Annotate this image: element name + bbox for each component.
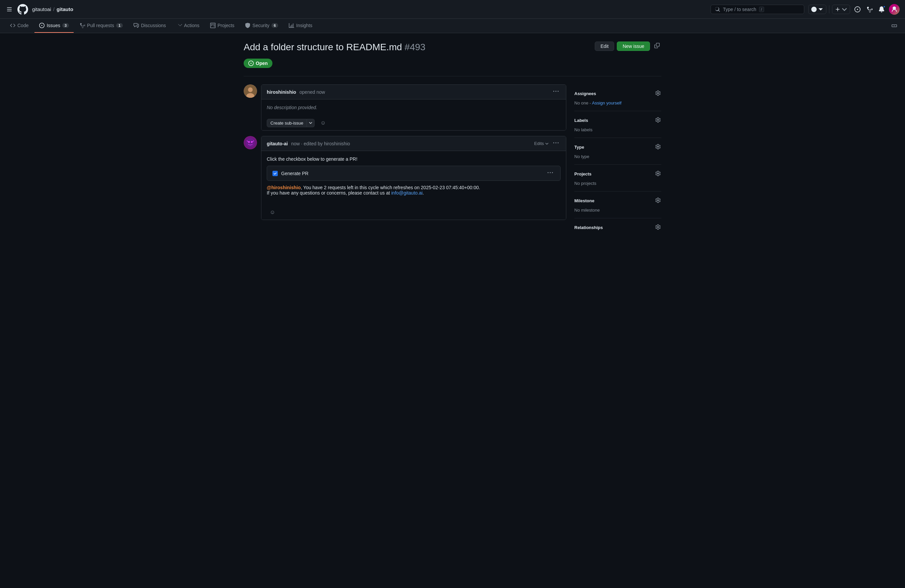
projects-icon <box>210 23 216 28</box>
edits-button[interactable]: Edits <box>534 141 549 146</box>
search-placeholder: Type / to search <box>723 7 756 12</box>
sidebar-labels-title: Labels <box>574 118 588 123</box>
comment-2-dots-button[interactable] <box>551 140 560 147</box>
nav-discussions[interactable]: Discussions <box>129 19 171 33</box>
nav-code[interactable]: Code <box>5 19 33 33</box>
comment-wrapper-2: gitauto-ai now · edited by hiroshinishio… <box>244 136 566 220</box>
comment-1-emoji-button[interactable]: ☺ <box>317 118 329 127</box>
more-options-icon <box>892 23 897 29</box>
breadcrumb-separator: / <box>53 6 54 12</box>
hamburger-button[interactable] <box>5 5 13 13</box>
new-issue-button[interactable]: New issue <box>617 41 650 51</box>
nav-projects[interactable]: Projects <box>205 19 239 33</box>
issue-sidebar: Assignees No one - Assign yourself Label… <box>574 84 661 239</box>
user-avatar-img <box>244 84 257 98</box>
new-button[interactable] <box>832 5 850 14</box>
copilot-button[interactable] <box>808 5 826 14</box>
relationships-gear-button[interactable] <box>655 224 661 231</box>
mention-link[interactable]: @hiroshinishio <box>267 185 301 190</box>
comment-2-footer: ☺ <box>261 205 566 220</box>
nav-security[interactable]: Security 6 <box>240 19 283 33</box>
gitauto-avatar <box>244 136 257 149</box>
nav-pull-requests[interactable]: Pull requests 1 <box>75 19 127 33</box>
security-badge: 6 <box>272 23 278 28</box>
nav-issues[interactable]: Issues 3 <box>35 19 74 33</box>
checkmark-icon <box>273 172 277 175</box>
type-gear-button[interactable] <box>655 143 661 151</box>
create-sub-issue-button[interactable]: Create sub-issue <box>267 119 307 127</box>
projects-gear-button[interactable] <box>655 170 661 178</box>
actions-icon <box>177 23 182 28</box>
sidebar-projects-section: Projects No projects <box>574 165 661 192</box>
top-nav-right <box>808 4 900 15</box>
sub-issue-btn-group: Create sub-issue <box>267 119 314 127</box>
search-bar[interactable]: Type / to search / <box>711 5 804 14</box>
issue-number: #493 <box>405 42 426 52</box>
checkbox-checked[interactable] <box>272 171 278 176</box>
github-logo <box>17 4 28 15</box>
comment-1-dots-button[interactable] <box>551 88 560 96</box>
email-link[interactable]: info@gitauto.ai <box>391 190 423 195</box>
sidebar-projects-header: Projects <box>574 170 661 178</box>
labels-gear-button[interactable] <box>655 116 661 124</box>
sidebar-labels-header: Labels <box>574 116 661 124</box>
generate-pr-item: Generate PR <box>267 166 560 181</box>
gitauto-intro-text: Click the checkbox below to generate a P… <box>267 156 560 162</box>
checkbox-dots-button[interactable] <box>546 169 555 177</box>
nav-insights-label: Insights <box>296 23 312 28</box>
issue-status-bar: Open <box>244 59 661 68</box>
comment-2-emoji-button[interactable]: ☺ <box>267 208 278 217</box>
nav-pr-label: Pull requests <box>87 23 114 28</box>
comment-2-header-right: Edits <box>534 140 560 147</box>
nav-discussions-label: Discussions <box>141 23 166 28</box>
svg-point-1 <box>248 87 253 92</box>
notification-dot <box>883 5 886 8</box>
milestone-gear-button[interactable] <box>655 197 661 205</box>
nav-actions[interactable]: Actions <box>172 19 204 33</box>
sub-issue-dropdown-button[interactable] <box>307 119 314 127</box>
assign-yourself-link[interactable]: Assign yourself <box>592 100 621 105</box>
pr-nav-button[interactable] <box>865 5 874 14</box>
assignees-gear-button[interactable] <box>655 90 661 97</box>
sidebar-milestone-section: Milestone No milestone <box>574 192 661 218</box>
sidebar-projects-value: No projects <box>574 181 596 186</box>
sub-issue-chevron-icon <box>309 121 312 125</box>
gitauto-avatar-img <box>246 138 255 147</box>
nav-actions-label: Actions <box>184 23 200 28</box>
edits-label: Edits <box>534 141 544 146</box>
no-one-label: No one - <box>574 100 592 105</box>
copilot-icon <box>811 7 817 12</box>
user-avatar[interactable] <box>889 4 900 15</box>
issues-badge: 3 <box>62 23 69 28</box>
copy-link-button[interactable] <box>653 41 661 51</box>
repo-link[interactable]: gitauto <box>57 6 73 12</box>
notifications-button[interactable] <box>877 5 886 14</box>
issue-title-text: Add a folder structure to README.md <box>244 42 402 52</box>
comment-1-header-left: hiroshinishio opened now <box>267 89 325 95</box>
code-icon <box>10 23 15 28</box>
nav-insights[interactable]: Insights <box>284 19 317 33</box>
comment-1-description: No description provided. <box>267 105 560 110</box>
open-status-badge: Open <box>244 59 272 68</box>
checkbox-left: Generate PR <box>272 171 309 176</box>
sidebar-type-section: Type No type <box>574 138 661 165</box>
org-link[interactable]: gitautoai <box>32 6 51 12</box>
checkbox-dots-icon <box>548 170 553 175</box>
gear-icon <box>655 91 660 96</box>
comment-1-body: No description provided. <box>261 99 566 116</box>
edit-button[interactable]: Edit <box>595 41 614 51</box>
sidebar-type-header: Type <box>574 143 661 151</box>
comment-1-header: hiroshinishio opened now <box>261 85 566 99</box>
type-gear-icon <box>655 144 660 149</box>
user-avatar-icon <box>891 6 898 13</box>
message-text: , You have 2 requests left in this cycle… <box>301 185 480 190</box>
comment-2-avatar <box>244 136 257 149</box>
comment-box-1: hiroshinishio opened now No de <box>261 84 566 130</box>
insights-icon <box>289 23 294 28</box>
repo-nav-more-button[interactable] <box>889 21 900 31</box>
sidebar-milestone-title: Milestone <box>574 198 594 203</box>
discussions-icon <box>133 23 139 28</box>
labels-gear-icon <box>655 117 660 122</box>
issues-button[interactable] <box>853 5 862 14</box>
relationships-gear-icon <box>655 224 660 230</box>
